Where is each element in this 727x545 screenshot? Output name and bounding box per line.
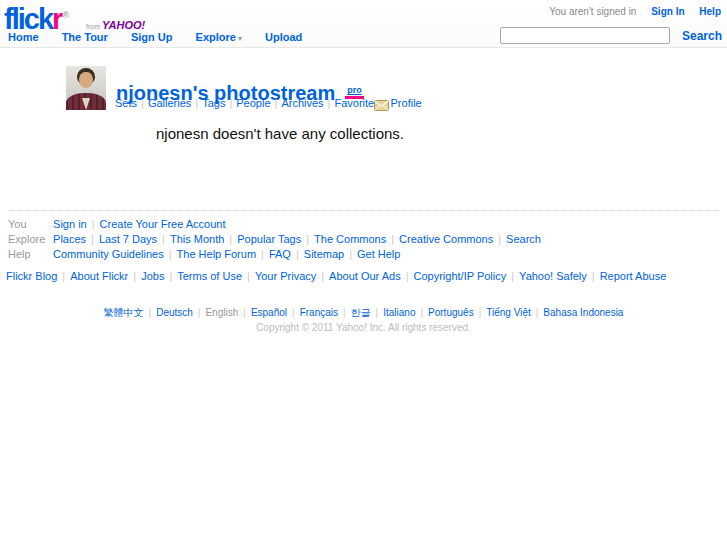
separator: |: [229, 97, 232, 109]
profile-link[interactable]: Tags: [202, 97, 225, 109]
flickr-logo[interactable]: flickr®: [4, 0, 69, 34]
separator: |: [296, 248, 299, 260]
footer-link[interactable]: This Month: [170, 233, 224, 245]
site-link[interactable]: Copyright/IP Policy: [414, 270, 507, 282]
registered-mark: ®: [62, 10, 69, 20]
separator: |: [261, 248, 264, 260]
empty-collections-message: njonesn doesn't have any collections.: [156, 125, 404, 142]
masthead: flickr® fromYAHOO! You aren't signed in …: [0, 0, 727, 48]
footer-link[interactable]: Sign in: [53, 218, 87, 230]
footer-link[interactable]: The Help Forum: [177, 248, 256, 260]
separator: |: [62, 270, 65, 282]
separator: |: [321, 270, 324, 282]
nav-item-explore[interactable]: Explore▾: [196, 31, 242, 43]
site-link[interactable]: About Our Ads: [329, 270, 401, 282]
footer-link[interactable]: Creative Commons: [399, 233, 493, 245]
copyright-notice: Copyright © 2011 Yahoo! Inc. All rights …: [0, 322, 727, 333]
language-link: English: [205, 307, 238, 318]
language-link[interactable]: Bahasa Indonesia: [543, 307, 623, 318]
language-link[interactable]: Português: [428, 307, 474, 318]
search-bar: Search: [500, 26, 722, 44]
footer-divider: [8, 210, 719, 211]
envelope-icon: [374, 100, 389, 111]
separator: |: [592, 270, 595, 282]
site-link[interactable]: Flickr Blog: [6, 270, 57, 282]
footer-row-label: Help: [8, 247, 50, 262]
language-link[interactable]: Español: [251, 307, 287, 318]
sign-in-link[interactable]: Sign In: [651, 6, 684, 17]
footer-link[interactable]: Search: [506, 233, 541, 245]
separator: |: [149, 307, 152, 318]
footer-link[interactable]: Places: [53, 233, 86, 245]
footer-link[interactable]: Last 7 Days: [99, 233, 157, 245]
separator: |: [511, 270, 514, 282]
search-input[interactable]: [500, 27, 670, 44]
footer-link[interactable]: The Commons: [314, 233, 386, 245]
separator: |: [247, 270, 250, 282]
nav-item-upload[interactable]: Upload: [265, 31, 302, 43]
footer-link[interactable]: Sitemap: [304, 248, 344, 260]
footer-link[interactable]: Popular Tags: [237, 233, 301, 245]
footer-row-help: Help Community Guidelines|The Help Forum…: [8, 247, 541, 262]
language-link[interactable]: Tiếng Việt: [486, 307, 530, 318]
nav-item-explore-label: Explore: [196, 31, 236, 43]
site-link[interactable]: Your Privacy: [255, 270, 316, 282]
footer-row-explore: Explore Places|Last 7 Days|This Month|Po…: [8, 232, 541, 247]
footer-row-label: You: [8, 217, 50, 232]
separator: |: [91, 233, 94, 245]
footer-row-you: You Sign in|Create Your Free Account: [8, 217, 541, 232]
separator: |: [306, 233, 309, 245]
separator: |: [349, 248, 352, 260]
separator: |: [391, 233, 394, 245]
separator: |: [292, 307, 295, 318]
profile-link[interactable]: Sets: [115, 97, 137, 109]
avatar-face: [79, 72, 93, 88]
yahoo-wordmark: YAHOO!: [102, 19, 145, 31]
separator: |: [169, 248, 172, 260]
site-link[interactable]: Yahoo! Safely: [519, 270, 587, 282]
language-link[interactable]: 繁體中文: [104, 307, 144, 318]
language-link[interactable]: Italiano: [383, 307, 415, 318]
account-bar: You aren't signed in Sign In Help: [549, 6, 721, 17]
site-link[interactable]: Report Abuse: [600, 270, 667, 282]
footer-link[interactable]: Get Help: [357, 248, 400, 260]
site-link[interactable]: Terms of Use: [177, 270, 242, 282]
footer-link[interactable]: FAQ: [269, 248, 291, 260]
language-link[interactable]: Français: [300, 307, 338, 318]
nav-item-sign-up[interactable]: Sign Up: [131, 31, 173, 43]
chevron-down-icon: ▾: [238, 34, 242, 43]
separator: |: [141, 97, 144, 109]
separator: |: [343, 307, 346, 318]
footer-link[interactable]: Community Guidelines: [53, 248, 164, 260]
separator: |: [479, 307, 482, 318]
nav-item-home[interactable]: Home: [8, 31, 39, 43]
site-link[interactable]: About Flickr: [70, 270, 128, 282]
language-link[interactable]: 한글: [351, 307, 371, 318]
separator: |: [133, 270, 136, 282]
search-button[interactable]: Search: [682, 29, 722, 43]
profile-link[interactable]: Profile: [391, 97, 422, 109]
separator: |: [406, 270, 409, 282]
site-link[interactable]: Jobs: [141, 270, 164, 282]
mail-link[interactable]: [367, 96, 389, 114]
separator: |: [243, 307, 246, 318]
profile-link[interactable]: People: [236, 97, 270, 109]
separator: |: [198, 307, 201, 318]
separator: |: [229, 233, 232, 245]
from-word: from: [86, 23, 100, 30]
help-link[interactable]: Help: [699, 6, 721, 17]
nav-item-the-tour[interactable]: The Tour: [62, 31, 108, 43]
footer-row-links: Sign in|Create Your Free Account: [53, 218, 225, 230]
flickr-page: flickr® fromYAHOO! You aren't signed in …: [0, 0, 727, 545]
site-links: Flickr Blog|About Flickr|Jobs|Terms of U…: [6, 270, 666, 282]
profile-link[interactable]: Galleries: [148, 97, 191, 109]
language-link[interactable]: Deutsch: [156, 307, 193, 318]
separator: |: [169, 270, 172, 282]
separator: |: [195, 97, 198, 109]
separator: |: [92, 218, 95, 230]
profile-link[interactable]: Archives: [281, 97, 323, 109]
footer-row-label: Explore: [8, 232, 50, 247]
language-links: 繁體中文|Deutsch|English|Español|Français|한글…: [0, 306, 727, 320]
footer-link[interactable]: Create Your Free Account: [100, 218, 226, 230]
avatar[interactable]: [66, 66, 106, 110]
